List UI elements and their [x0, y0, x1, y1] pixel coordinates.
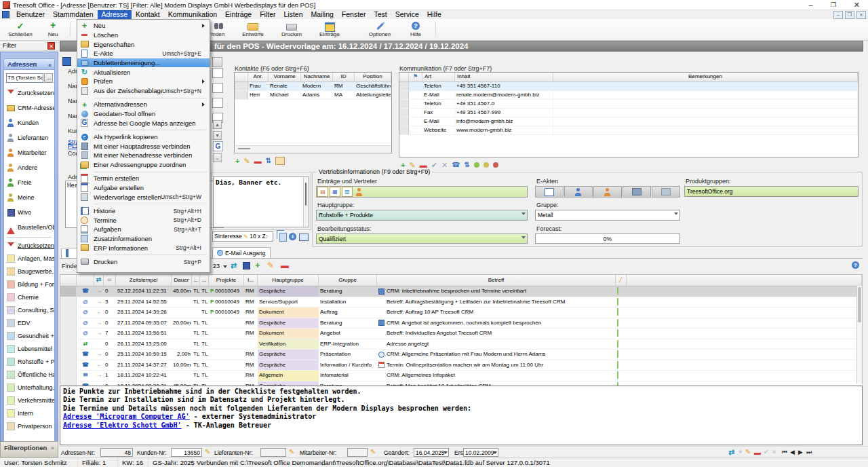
- menubar-item[interactable]: Listen: [280, 10, 307, 19]
- menubar-item[interactable]: Einträge: [221, 10, 256, 19]
- monitor-icon[interactable]: [299, 234, 309, 241]
- menu-item[interactable]: Drucken Strg+P: [77, 257, 210, 267]
- yellow-dot-icon[interactable]: [484, 162, 489, 168]
- journal-row[interactable]: 0 27.11.2024 09:35:07 20,00m TL TL P RM …: [60, 318, 862, 329]
- copy-icon[interactable]: [279, 233, 287, 242]
- menubar-item[interactable]: Kommunikation: [164, 10, 221, 19]
- tab-email-ausgang[interactable]: @ E-Mail Ausgang: [212, 247, 271, 258]
- scroll-up-icon[interactable]: ▲: [213, 120, 222, 129]
- delete-icon[interactable]: ▬: [281, 261, 289, 269]
- next-record-icon[interactable]: ▶: [798, 449, 803, 455]
- kommunikation-row[interactable]: Telefon +49 351 4567-110: [399, 82, 858, 91]
- kommunikation-row[interactable]: Webseite www.modern-gmbh.biz: [399, 126, 858, 135]
- status-select[interactable]: Qualifiziert: [316, 234, 528, 244]
- eakte-button[interactable]: [535, 186, 564, 198]
- menubar-item[interactable]: Fenster: [338, 10, 370, 19]
- form-toolbar-icon[interactable]: [212, 57, 222, 67]
- sidebar-category-item[interactable]: Chemie: [4, 291, 54, 303]
- menu-item[interactable]: Neu: [77, 21, 210, 31]
- google-maps-button[interactable]: G: [213, 141, 223, 151]
- new-button[interactable]: +Neu: [39, 20, 66, 39]
- menu-item[interactable]: Aus der Zwischenablage anlegen Umsch+Str…: [77, 86, 210, 96]
- edit-icon[interactable]: ✎: [370, 448, 376, 455]
- add-icon[interactable]: +: [255, 261, 260, 269]
- kommunikation-row[interactable]: Telefon +49 351 4567-0: [399, 100, 858, 109]
- options-button[interactable]: Optionen: [362, 20, 397, 39]
- menu-item[interactable]: ERP Informationen Strg+Alt+I: [77, 244, 210, 253]
- filter-group-header[interactable]: Adressen«: [3, 58, 55, 70]
- kontakte-hscrollbar[interactable]: [235, 145, 391, 152]
- entry-count[interactable]: 23: [213, 263, 220, 269]
- delete-icon[interactable]: ▬: [254, 157, 262, 165]
- print-button[interactable]: Drucken: [275, 20, 308, 39]
- lieferanten-nr-field[interactable]: [260, 448, 286, 457]
- gruppe-select[interactable]: Metall: [535, 210, 680, 221]
- sidebar-category-item[interactable]: Unterhaltung, ...: [4, 381, 54, 394]
- kommunikation-row[interactable]: Fax +49 351 4567-999: [399, 109, 858, 117]
- menu-item[interactable]: Als Hyperlink kopieren: [77, 132, 210, 142]
- eintraege-bar[interactable]: ▤ ▦ ▥: [316, 186, 528, 198]
- menu-item[interactable]: Mit einer Hauptadresse verbinden: [77, 141, 210, 151]
- help-circle-icon[interactable]: ?: [852, 261, 859, 269]
- menu-item[interactable]: Adresse bei Google Maps anzeigen: [77, 118, 210, 128]
- prev-record-icon[interactable]: ◀: [790, 449, 795, 455]
- menubar-item[interactable]: Benutzer: [12, 10, 49, 19]
- journal-row[interactable]: 0 21.11.2024 14:37:27 10,00m TL TL P RM …: [60, 360, 862, 371]
- form-input-edge[interactable]: [212, 68, 223, 78]
- collapse-down-icon[interactable]: »: [51, 444, 54, 451]
- address-link[interactable]: Adresse 'Elektro Schott GmbH': [63, 422, 182, 429]
- menu-item[interactable]: [77, 253, 210, 257]
- list-entries-icon[interactable]: ▤: [317, 187, 328, 197]
- adressen-nr-field[interactable]: 48: [100, 448, 133, 457]
- menubar-item[interactable]: Service: [391, 10, 423, 19]
- sidebar-category-item[interactable]: Verkehrsmittel: [4, 394, 54, 407]
- sidebar-filter-item[interactable]: Andere: [4, 160, 54, 175]
- user-filter-input[interactable]: TS (Torsten Sch: [6, 73, 43, 83]
- sidebar-filter-item[interactable]: Wivo: [4, 205, 54, 220]
- eakte-button[interactable]: [564, 186, 593, 198]
- sidebar-category-item[interactable]: Consulting, Se...: [4, 303, 54, 316]
- journal-row[interactable]: 0 28.11.2024 14:39:26 TL P00010049 RM Do…: [60, 307, 862, 318]
- minimize-icon[interactable]: –: [809, 1, 813, 10]
- sidebar-filter-item[interactable]: Meine: [4, 190, 54, 205]
- sort-icon[interactable]: ⇅: [465, 161, 470, 169]
- filter-options-bar[interactable]: Filteroptionen»: [0, 441, 58, 457]
- eakte-button[interactable]: [623, 186, 651, 198]
- sidebar-filter-item[interactable]: Kunden: [4, 115, 54, 130]
- menu-item[interactable]: [77, 128, 210, 132]
- kontakt-row[interactable]: Herr Michael Adams MA Abteilungsleiter: [235, 91, 391, 100]
- kommunikation-row[interactable]: E-Mail renate.modern@modern-gmbh.biz: [399, 91, 858, 100]
- scroll-down-icon[interactable]: ▼: [213, 131, 222, 140]
- menu-item[interactable]: Dublettenbereinigung...: [77, 58, 210, 68]
- menu-item[interactable]: Historie Strg+Alt+H: [77, 206, 210, 216]
- close-icon[interactable]: ✕: [854, 1, 860, 10]
- journal-row[interactable]: 0 26.11.2024 13:25:00 TL TL P Verifikati…: [60, 339, 862, 350]
- sidebar-filter-item[interactable]: Mitarbeiter: [4, 145, 54, 160]
- refresh-icon[interactable]: ⇄: [231, 261, 237, 270]
- sidebar-category-item[interactable]: EDV: [4, 316, 54, 329]
- edit-icon[interactable]: ✎: [267, 261, 274, 269]
- journal-row[interactable]: 3 29.11.2024 14:52:55 TL TL P00010049 RM…: [60, 297, 862, 308]
- menu-item[interactable]: [77, 202, 210, 206]
- menubar-item[interactable]: Kontakt: [132, 10, 164, 19]
- menu-item[interactable]: Prüfen: [77, 77, 210, 86]
- reset-filter-link[interactable]: Zurücksetzen: [4, 240, 54, 252]
- menu-item[interactable]: Termin erstellen: [77, 174, 210, 183]
- menu-item[interactable]: Aufgabe erstellen: [77, 183, 210, 193]
- form-input-edge[interactable]: [212, 83, 223, 93]
- phone-icon[interactable]: ☎: [452, 161, 460, 169]
- close-record-button[interactable]: ✓Schließen: [4, 20, 37, 39]
- memo-scrollbar[interactable]: [303, 177, 309, 227]
- drafts-button[interactable]: Entwürfe: [235, 20, 271, 39]
- entries-button[interactable]: Einträge: [312, 20, 347, 39]
- red-dot-icon[interactable]: [493, 162, 498, 168]
- last-record-icon[interactable]: ⏭: [806, 449, 812, 456]
- sidebar-category-item[interactable]: Baugewerbe, I...: [4, 265, 54, 278]
- mitarbeiter-nr-field[interactable]: [347, 448, 368, 457]
- journal-row[interactable]: 1 18.11.2024 10:22:41 TL TL P RM Allgeme…: [60, 371, 862, 381]
- address-link[interactable]: Adresse 'Microgram Computer AG': [63, 413, 190, 420]
- eakte-button[interactable]: [652, 186, 680, 198]
- sidebar-category-item[interactable]: Öffentliche Ha...: [4, 368, 54, 381]
- journal-scrollbar[interactable]: [856, 286, 862, 384]
- notes-box[interactable]: Die Punkte zur Inbetriebnahme sind in de…: [60, 386, 863, 445]
